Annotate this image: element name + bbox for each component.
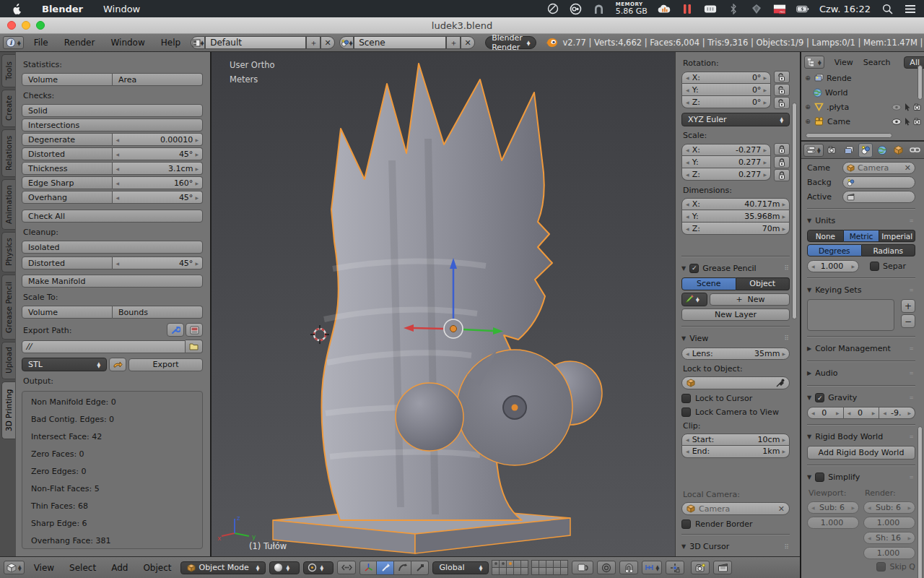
cleanup-isolated-button[interactable]: Isolated	[22, 241, 203, 254]
gravity-z-slider[interactable]: ◀-9.▶	[879, 407, 915, 419]
tab-physics[interactable]: Physics	[1, 232, 15, 272]
viewport-3d[interactable]: x y z User Ortho Meters (1) Tułów	[212, 52, 675, 556]
outliner-vertical-scrollbar[interactable]	[918, 65, 923, 100]
hide-eye-icon[interactable]	[892, 104, 902, 111]
scene-browse-button[interactable]: ▲▼	[339, 36, 354, 49]
outliner-row-render-layers[interactable]: ⊕ Rende	[804, 71, 923, 85]
viewport-shading-dropdown[interactable]: ▲▼	[269, 561, 300, 574]
lock-to-scene-button[interactable]	[572, 561, 593, 574]
battery-charging-icon[interactable]	[796, 2, 809, 15]
gp-scene-toggle[interactable]: Scene	[681, 277, 736, 290]
properties-scrollbar[interactable]	[918, 426, 923, 578]
menu-window[interactable]: Window	[105, 38, 150, 48]
selectable-arrow-icon[interactable]	[904, 117, 911, 126]
vp-menu-select[interactable]: Select	[64, 563, 102, 573]
macos-menu-window[interactable]: Window	[103, 4, 140, 14]
editor-type-selector[interactable]: i ▲▼	[3, 36, 24, 49]
snap-element-dropdown[interactable]: ▲▼	[642, 561, 662, 574]
apple-menu-icon[interactable]	[10, 2, 23, 15]
rotation-x-slider[interactable]: ◀X:0°▶	[681, 72, 771, 84]
creative-cloud-icon[interactable]	[570, 2, 583, 15]
rotation-mode-dropdown[interactable]: XYZ Euler ▲▼	[681, 113, 790, 126]
proportional-edit-button[interactable]	[597, 561, 616, 574]
export-format-dropdown[interactable]: STL ▲▼	[22, 358, 107, 371]
clip-end-slider[interactable]: ◀End:1km▶	[681, 446, 790, 458]
rotation-z-unlock-icon[interactable]	[774, 97, 790, 109]
units-imperial-toggle[interactable]: Imperial	[879, 230, 915, 242]
units-degrees-toggle[interactable]: Degrees	[807, 244, 862, 256]
outliner-editor-type-selector[interactable]: ▲▼	[804, 56, 824, 69]
viewport-editor-type-selector[interactable]: ▲▼	[4, 561, 25, 574]
simplify-ao-bounces[interactable]: 1.000	[863, 547, 915, 559]
outliner-row-world[interactable]: World	[804, 85, 923, 100]
tab-constraints[interactable]	[907, 143, 922, 158]
visible-eye-icon[interactable]	[892, 118, 902, 125]
manipulator-translate-button[interactable]	[377, 561, 394, 575]
gp-new-layer-button[interactable]: New Layer	[681, 309, 790, 321]
gravity-x-slider[interactable]: ◀0▶	[807, 407, 844, 419]
thickness-slider[interactable]: ◀3.1cm▶	[113, 162, 204, 175]
volume-button[interactable]: Volume	[22, 73, 113, 86]
clip-start-slider[interactable]: ◀Start:10cm▶	[681, 434, 790, 446]
outliner-row-plyta[interactable]: ⊕ .płyta	[804, 100, 923, 114]
check-thickness-button[interactable]: Thickness	[22, 162, 113, 175]
bluetooth-icon[interactable]	[727, 2, 740, 15]
check-edge-sharp-button[interactable]: Edge Sharp	[22, 176, 113, 189]
rotation-y-unlock-icon[interactable]	[774, 84, 790, 96]
rotation-y-slider[interactable]: ◀Y:0°▶	[681, 84, 771, 96]
dimension-x-slider[interactable]: ◀X:40.717m▶	[681, 198, 790, 210]
grease-pencil-checkbox[interactable]: ✓	[689, 264, 699, 273]
vp-menu-object[interactable]: Object	[137, 563, 177, 573]
overhang-slider[interactable]: ◀45°▶	[113, 191, 204, 204]
interaction-mode-dropdown[interactable]: Object Mode ▲▼	[180, 561, 266, 574]
scale-to-bounds-button[interactable]: Bounds	[113, 306, 203, 319]
tab-relations[interactable]: Relations	[1, 129, 15, 177]
renderable-camera-icon[interactable]	[913, 103, 923, 111]
add-scene-button[interactable]: ＋	[446, 36, 461, 49]
spotlight-search-icon[interactable]	[881, 2, 894, 15]
scene-name-field[interactable]: Scene	[354, 36, 446, 49]
units-scale-slider[interactable]: ◀1.000▶	[807, 260, 859, 272]
check-intersections-button[interactable]: Intersections	[22, 118, 203, 131]
vp-menu-view[interactable]: View	[28, 563, 60, 573]
local-camera-field[interactable]: Camera ✕	[681, 502, 790, 515]
opengl-render-anim-button[interactable]	[713, 561, 732, 574]
gravity-panel-header[interactable]: ▼ ✓ Gravity＝	[807, 391, 915, 405]
scene-camera-field[interactable]: Camera ✕	[842, 162, 915, 174]
tab-create[interactable]: Create	[1, 90, 15, 127]
add-keying-set-button[interactable]: +	[901, 299, 915, 313]
export-settings-icon-button[interactable]	[186, 323, 203, 337]
simplify-viewport-subdivision[interactable]: ◀Sub: 6▶	[807, 501, 859, 514]
polish-flag-input-icon[interactable]: PRO	[773, 2, 786, 15]
menu-render[interactable]: Render	[58, 38, 101, 48]
manipulator-scale-button[interactable]	[411, 561, 429, 575]
color-management-panel-header[interactable]: ▶Color Management＝	[807, 342, 915, 355]
rigid-body-world-panel-header[interactable]: ▼Rigid Body World＝	[807, 430, 915, 444]
n-panel-scrollbar[interactable]	[792, 103, 797, 319]
vp-menu-add[interactable]: Add	[105, 563, 134, 573]
rotation-z-slider[interactable]: ◀Z:0°▶	[681, 96, 771, 108]
cloud-status-icon[interactable]	[658, 2, 671, 15]
transform-orientation-dropdown[interactable]: Global ▲▼	[432, 561, 489, 574]
pivot-point-dropdown[interactable]: ▲▼	[303, 561, 334, 574]
audio-panel-header[interactable]: ▶Audio＝	[807, 366, 915, 380]
menu-help[interactable]: Help	[155, 38, 186, 48]
degenerate-threshold-slider[interactable]: ◀0.00010▶	[113, 133, 204, 146]
simplify-panel-header[interactable]: ▼ Simplify＝	[807, 470, 915, 484]
check-all-button[interactable]: Check All	[22, 210, 203, 223]
menu-bar-clock[interactable]: Czw. 16:22	[819, 4, 871, 14]
selectable-arrow-icon[interactable]	[904, 103, 911, 111]
arch-app-icon[interactable]	[593, 2, 606, 15]
tab-world[interactable]	[875, 143, 889, 158]
units-metric-toggle[interactable]: Metric	[844, 230, 880, 242]
area-button[interactable]: Area	[113, 73, 203, 86]
background-set-field[interactable]	[842, 176, 915, 189]
keying-sets-panel-header[interactable]: ▼Keying Sets＝	[807, 283, 915, 297]
units-radians-toggle[interactable]: Radians	[862, 244, 916, 256]
snap-toggle-button[interactable]	[619, 561, 638, 574]
device-battery-case-icon[interactable]	[704, 2, 717, 15]
active-clip-field[interactable]	[842, 191, 915, 203]
lock-to-cursor-checkbox[interactable]	[681, 394, 691, 403]
expand-icon[interactable]: ⊕	[804, 74, 811, 82]
manipulator-axes-button[interactable]	[359, 561, 377, 575]
